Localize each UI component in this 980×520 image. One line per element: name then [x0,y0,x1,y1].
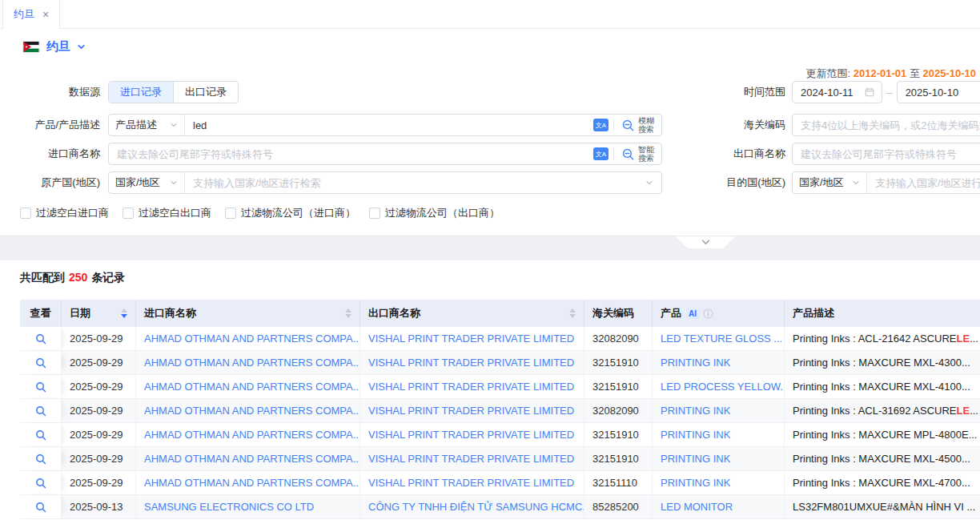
exporter-label: 出口商名称 [721,147,792,161]
chevron-down-icon [170,121,178,129]
date-end-field[interactable] [897,81,980,103]
view-record-button[interactable] [20,399,62,422]
exporter-input[interactable] [793,143,980,164]
date-start-field[interactable] [792,81,882,103]
description-text: Printing Inks : ACL-21642 ASCURE [793,333,957,345]
exporter-link[interactable]: CÔNG TY TNHH ĐIỆN TỬ SAMSUNG HCMC... [360,495,584,518]
importer-link[interactable]: AHMAD OTHMAN AND PARTNERS COMPA... [136,327,360,350]
checkbox-icon[interactable] [122,208,134,219]
exporter-link[interactable]: VISHAL PRINT TRADER PRIVATE LIMITED [360,375,584,398]
sort-asc-icon[interactable] [121,308,127,312]
date-start-input[interactable] [801,87,865,99]
time-range-row: 时间范围 – [721,81,980,103]
hs-code-input[interactable] [793,115,980,135]
search-icon [35,502,46,513]
importer-link[interactable]: AHMAD OTHMAN AND PARTNERS COMPA... [136,447,360,470]
destination-type-value: 国家/地区 [799,175,844,190]
sort-desc-icon[interactable] [569,314,576,318]
importer-link[interactable]: AHMAD OTHMAN AND PARTNERS COMPA... [136,375,360,398]
view-record-button[interactable] [20,471,62,494]
update-range: 更新范围: 2012-01-01 至 2025-10-10 [806,67,977,81]
importer-link[interactable]: SAMSUNG ELECTRONICS CO LTD [136,495,360,518]
product-keyword-input[interactable] [185,115,592,135]
origin-type-select[interactable]: 国家/地区 [109,172,185,193]
date-range-separator: – [882,87,897,99]
chevron-down-icon[interactable] [645,179,653,187]
sort-control-importer[interactable] [340,308,351,318]
checkbox-icon[interactable] [20,208,31,219]
translate-icon[interactable]: 文A [593,119,608,131]
exporter-link[interactable]: VISHAL PRINT TRADER PRIVATE LIMITED [360,399,584,422]
importer-label: 进口商名称 [0,147,108,161]
description-text: Printing Inks : MAXCURE MXL-4300... [793,357,970,369]
product-link[interactable]: PRINTING INK [653,351,785,374]
sort-desc-icon[interactable] [345,314,351,318]
importer-link[interactable]: AHMAD OTHMAN AND PARTNERS COMPA... [136,471,360,494]
sort-desc-icon[interactable] [121,314,127,318]
sort-control-exporter[interactable] [564,308,576,318]
fuzzy-search-line2: 搜索 [638,125,654,135]
destination-input[interactable] [867,172,980,193]
view-record-button[interactable] [20,351,62,374]
view-record-button[interactable] [20,423,62,446]
export-records-tab[interactable]: 出口记录 [173,82,238,103]
checkbox-icon[interactable] [369,208,380,219]
view-record-button[interactable] [20,327,62,350]
column-header-importer[interactable]: 进口商名称 [136,300,360,327]
column-header-exporter[interactable]: 出口商名称 [360,300,584,327]
checkbox-filter-logistics-exporter[interactable]: 过滤物流公司（出口商） [369,206,500,220]
hs-code-row: 海关编码 [721,114,980,136]
product-link[interactable]: LED PROCESS YELLOW... [653,375,785,398]
import-records-tab[interactable]: 进口记录 [109,82,173,103]
checkbox-icon[interactable] [225,208,236,219]
translate-icon[interactable]: 文A [593,147,608,160]
product-link[interactable]: LED TEXTURE GLOSS ... [653,327,785,350]
exporter-link[interactable]: VISHAL PRINT TRADER PRIVATE LIMITED [360,471,584,494]
date-end-input[interactable] [906,87,978,99]
hs-code-field [792,114,980,136]
sort-asc-icon[interactable] [345,308,351,312]
sort-asc-icon[interactable] [569,308,576,312]
collapse-panel-handle[interactable] [675,236,736,248]
importer-link[interactable]: AHMAD OTHMAN AND PARTNERS COMPA... [136,423,360,446]
view-record-button[interactable] [20,375,62,398]
table-header: 查看 日期 进口商名称 出口商名称 海关编码 产品 AI [20,300,980,327]
tab-jordan[interactable]: 约旦 × [2,0,60,29]
view-record-button[interactable] [20,495,62,518]
exporter-link[interactable]: VISHAL PRINT TRADER PRIVATE LIMITED [360,327,584,350]
importer-input[interactable] [109,143,592,164]
description-cell: Printing Inks : ACL-31692 ASCURE LE... [785,399,980,422]
close-icon[interactable]: × [42,9,49,20]
checkbox-filter-blank-importer[interactable]: 过滤空白进口商 [20,206,109,220]
fuzzy-search-button[interactable]: 模糊搜索 [614,115,661,135]
product-link[interactable]: PRINTING INK [653,399,785,422]
origin-input[interactable] [185,172,645,193]
hs-code-cell: 32151910 [584,423,653,446]
country-selector[interactable]: 约旦 [22,39,86,54]
destination-type-select[interactable]: 国家/地区 [793,172,867,193]
importer-field-group: 文A 智能搜索 [108,143,662,165]
checkbox-filter-logistics-importer[interactable]: 过滤物流公司（进口商） [225,206,355,220]
view-record-button[interactable] [20,447,62,470]
exporter-link[interactable]: VISHAL PRINT TRADER PRIVATE LIMITED [360,351,584,374]
product-link[interactable]: PRINTING INK [653,423,785,446]
hs-code-cell: 85285200 [584,495,653,518]
description-text: Printing Inks : ACL-31692 ASCURE [793,405,957,417]
importer-link[interactable]: AHMAD OTHMAN AND PARTNERS COMPA... [136,351,360,374]
exporter-link[interactable]: VISHAL PRINT TRADER PRIVATE LIMITED [360,447,584,470]
summary-prefix: 共匹配到 [20,271,65,284]
product-link[interactable]: PRINTING INK [653,447,785,470]
product-type-select[interactable]: 产品描述 [109,115,185,135]
product-link[interactable]: PRINTING INK [653,471,785,494]
info-icon[interactable] [703,308,713,319]
description-cell: LS32FM801UMXUE#&MÀN HÌNH VI ... [785,495,980,518]
column-header-date[interactable]: 日期 [62,300,136,327]
checkbox-filter-blank-exporter[interactable]: 过滤空白出口商 [122,206,211,220]
smart-search-button[interactable]: 智能搜索 [614,143,661,164]
importer-link[interactable]: AHMAD OTHMAN AND PARTNERS COMPA... [136,399,360,422]
product-link[interactable]: LED MONITOR [653,495,785,518]
sort-control-date[interactable] [116,308,127,318]
exporter-link[interactable]: VISHAL PRINT TRADER PRIVATE LIMITED [360,423,584,446]
description-highlight: LE [957,333,970,345]
fuzzy-search-line1: 模糊 [638,116,654,126]
